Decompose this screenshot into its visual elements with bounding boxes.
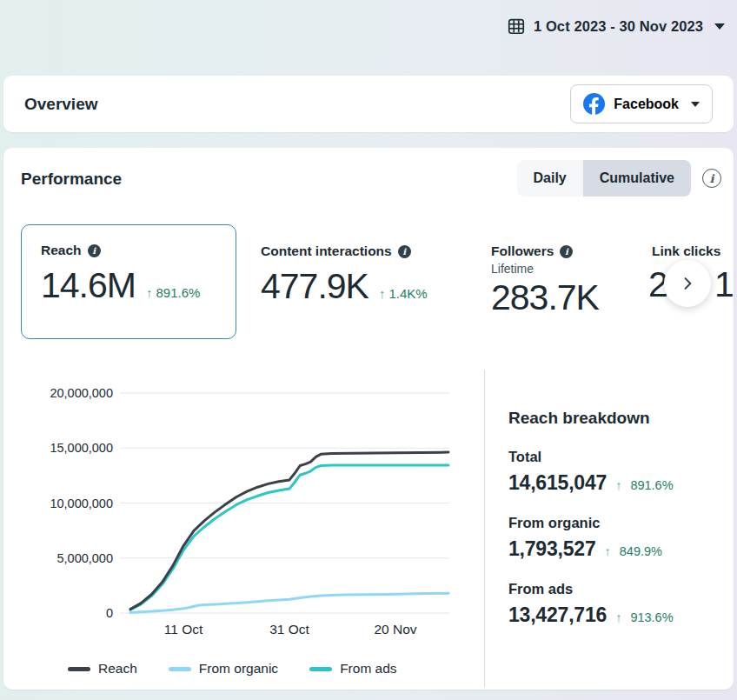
breakdown-value: 14,615,047 [508, 471, 607, 495]
legend-label: From ads [340, 661, 396, 677]
up-arrow-icon: ↑ [146, 285, 153, 300]
legend-label: From organic [199, 661, 278, 677]
reach-breakdown-panel: Reach breakdown Total 14,615,047 ↑ 891.6… [508, 409, 726, 647]
facebook-logo-icon [583, 93, 605, 115]
up-arrow-icon: ↑ [379, 286, 386, 301]
breakdown-row-from-organic: From organic 1,793,527 ↑ 849.9% [508, 515, 726, 561]
legend-label: Reach [98, 661, 137, 677]
svg-text:10,000,000: 10,000,000 [50, 497, 113, 510]
metric-label-link-clicks: Link clicks [652, 243, 720, 259]
svg-text:20 Nov: 20 Nov [374, 622, 416, 637]
metric-change-reach: 891.6% [156, 285, 200, 300]
chevron-down-icon [714, 23, 725, 30]
from-organic-line-swatch [169, 667, 191, 671]
breakdown-label: From ads [508, 581, 726, 597]
up-arrow-icon: ↑ [615, 610, 621, 624]
reach-line-chart: 05,000,00010,000,00015,000,00020,000,000… [17, 372, 482, 637]
vertical-divider [484, 370, 485, 687]
from-ads-line-swatch [309, 667, 332, 671]
date-range-label: 1 Oct 2023 - 30 Nov 2023 [534, 18, 703, 35]
info-icon: i [560, 245, 573, 258]
breakdown-row-total: Total 14,615,047 ↑ 891.6% [508, 449, 726, 495]
breakdown-change: 849.9% [620, 544, 662, 558]
info-icon: i [88, 244, 101, 257]
metric-card-reach[interactable]: Reach i 14.6M ↑ 891.6% [21, 224, 236, 339]
metric-value-link-clicks-partial: 1 [714, 264, 734, 305]
up-arrow-icon: ↑ [605, 544, 611, 558]
breakdown-row-from-ads: From ads 13,427,716 ↑ 913.6% [508, 581, 726, 627]
metric-value-followers: 283.7K [491, 277, 599, 318]
breakdown-label: From organic [508, 515, 726, 531]
breakdown-value: 13,427,716 [508, 603, 607, 627]
page-title: Overview [24, 95, 98, 114]
legend-item-from-organic[interactable]: From organic [169, 661, 278, 677]
top-bar: 1 Oct 2023 - 30 Nov 2023 [0, 0, 737, 76]
breakdown-label: Total [508, 449, 726, 465]
overview-bar: Overview Facebook [3, 76, 734, 132]
breakdown-title: Reach breakdown [508, 409, 726, 428]
metric-label-content-interactions: Content interactions [261, 243, 392, 259]
svg-text:15,000,000: 15,000,000 [50, 441, 113, 455]
svg-text:5,000,000: 5,000,000 [56, 551, 113, 565]
date-range-selector[interactable]: 1 Oct 2023 - 30 Nov 2023 [507, 11, 725, 41]
svg-text:31 Oct: 31 Oct [269, 622, 309, 637]
legend-item-reach[interactable]: Reach [68, 661, 137, 677]
metric-card-followers[interactable]: Followers i Lifetime 283.7K [491, 243, 599, 318]
metric-label-reach: Reach [41, 243, 82, 258]
performance-section: Performance Daily Cumulative i Reach i 1… [3, 148, 734, 690]
metric-value-content-interactions: 477.9K [261, 266, 368, 307]
chevron-right-icon [679, 275, 696, 292]
metrics-row: Reach i 14.6M ↑ 891.6% Content interacti… [3, 148, 734, 374]
reach-line-swatch [68, 667, 90, 671]
metric-card-content-interactions[interactable]: Content interactions i 477.9K ↑ 1.4K% [261, 243, 428, 307]
metric-value-reach: 14.6M [41, 265, 136, 306]
chart-legend: Reach From organic From ads [68, 661, 397, 677]
metric-sublabel-followers: Lifetime [491, 262, 599, 276]
svg-text:11 Oct: 11 Oct [164, 622, 203, 637]
calendar-icon [507, 17, 526, 36]
breakdown-change: 913.6% [630, 610, 673, 624]
metric-change-content-interactions: 1.4K% [388, 286, 427, 301]
platform-selector-button[interactable]: Facebook [570, 84, 713, 123]
info-icon: i [398, 245, 411, 258]
up-arrow-icon: ↑ [615, 478, 621, 492]
legend-item-from-ads[interactable]: From ads [309, 661, 396, 677]
metric-label-followers: Followers [491, 243, 554, 259]
svg-text:20,000,000: 20,000,000 [50, 386, 113, 400]
breakdown-change: 891.6% [630, 478, 673, 492]
platform-selector-label: Facebook [614, 97, 679, 112]
chevron-down-icon [691, 102, 700, 107]
next-metrics-button[interactable] [664, 260, 711, 307]
svg-text:0: 0 [106, 606, 113, 620]
breakdown-value: 1,793,527 [508, 537, 596, 561]
